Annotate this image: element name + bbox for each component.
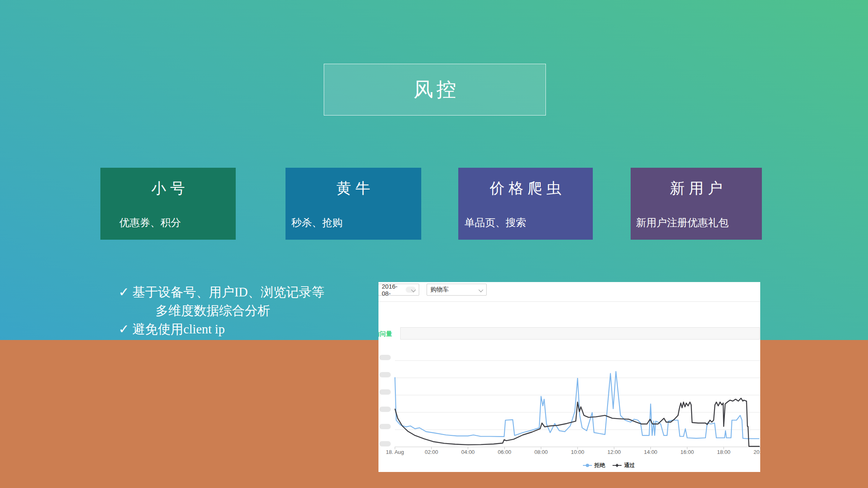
card-new-users: 新用户 新用户注册优惠礼包 — [631, 168, 762, 240]
y-axis-label-redacted — [379, 424, 391, 429]
slide-title-box: 风控 — [324, 64, 546, 116]
series-通过 — [395, 398, 760, 446]
line-chart — [378, 282, 760, 472]
legend-item-reject[interactable]: 拒绝 — [583, 462, 605, 469]
bullet-item: 多维度数据综合分析 — [118, 301, 324, 320]
card-title: 黄牛 — [285, 178, 421, 199]
y-axis-label-redacted — [379, 355, 391, 360]
card-subtitle: 秒杀、抢购 — [285, 216, 421, 229]
slide-title: 风控 — [410, 76, 460, 103]
x-axis-label: 18. Aug — [382, 449, 408, 455]
x-axis-label: 12:00 — [601, 449, 627, 455]
y-axis-label-redacted — [379, 372, 391, 377]
card-subtitle: 新用户注册优惠礼包 — [631, 216, 762, 229]
x-axis-label: 02:00 — [418, 449, 445, 455]
pass-series-marker-icon — [613, 463, 622, 468]
legend-item-pass[interactable]: 通过 — [613, 462, 635, 469]
x-axis-label: 14:00 — [638, 449, 664, 455]
x-axis-label: 20:00 — [747, 449, 760, 455]
y-axis-label-redacted — [379, 441, 391, 446]
legend-label: 拒绝 — [594, 462, 605, 469]
card-title: 价格爬虫 — [458, 178, 593, 199]
card-subtitle: 优惠券、积分 — [100, 216, 236, 229]
card-scalpers: 黄牛 秒杀、抢购 — [285, 168, 421, 240]
bullet-item: ✓ 基于设备号、用户ID、浏览记录等 — [118, 283, 324, 301]
slide: 风控 小号 优惠券、积分 黄牛 秒杀、抢购 价格爬虫 单品页、搜索 新用户 新用… — [0, 0, 868, 488]
card-subtitle: 单品页、搜索 — [458, 216, 593, 229]
card-price-crawler: 价格爬虫 单品页、搜索 — [458, 168, 593, 240]
y-axis-label-redacted — [379, 407, 391, 412]
card-title: 小号 — [100, 178, 236, 199]
y-axis-label-redacted — [379, 389, 391, 395]
bullet-item: ✓ 避免使用client ip — [118, 320, 324, 338]
card-small-accounts: 小号 优惠券、积分 — [100, 168, 236, 240]
card-title: 新用户 — [631, 178, 762, 199]
x-axis-label: 16:00 — [674, 449, 700, 455]
x-axis-label: 04:00 — [455, 449, 481, 455]
chart-legend: 拒绝 通过 — [583, 462, 635, 469]
legend-label: 通过 — [624, 462, 635, 469]
x-axis-label: 18:00 — [710, 449, 737, 455]
x-axis-label: 08:00 — [528, 449, 554, 455]
x-axis-label: 06:00 — [491, 449, 518, 455]
bullet-list: ✓ 基于设备号、用户ID、浏览记录等 多维度数据综合分析 ✓ 避免使用clien… — [118, 283, 324, 338]
reject-series-marker-icon — [583, 463, 592, 468]
x-axis-label: 10:00 — [564, 449, 591, 455]
traffic-dashboard-panel: 2016-08- 购物车 访问量 18. Aug02:0004:0006:000… — [378, 282, 760, 472]
